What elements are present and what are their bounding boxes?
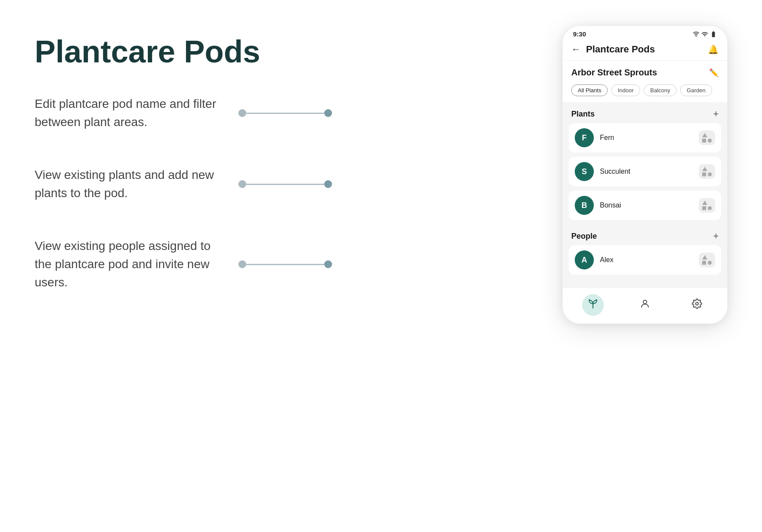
header-left: ← Plantcare Pods	[571, 44, 655, 55]
nav-item-plants[interactable]	[582, 294, 604, 316]
pod-name-label: Arbor Street Sprouts	[571, 68, 657, 78]
square-icon	[702, 139, 706, 143]
feature-text-1: Edit plantcare pod name and filter betwe…	[35, 95, 217, 131]
triangle-icon-a	[702, 255, 707, 260]
back-button[interactable]: ←	[571, 44, 581, 55]
circle-icon-a	[708, 261, 712, 265]
status-icons	[693, 31, 717, 38]
people-section-header: People +	[569, 224, 721, 245]
dot-right-2	[324, 180, 332, 188]
square-icon-s	[702, 172, 706, 176]
settings-nav-icon	[692, 298, 702, 311]
square-icon-a	[702, 261, 706, 265]
phone-scroll-content: Plants + F Fern	[563, 102, 727, 288]
feature-item-3: View existing people assigned to the pla…	[35, 237, 537, 292]
person-nav-icon	[640, 298, 650, 311]
pod-name-row: Arbor Street Sprouts ✏️	[563, 61, 727, 82]
bottom-nav	[563, 288, 727, 324]
dot-left-1	[238, 109, 246, 117]
plant-actions-bonsai[interactable]	[699, 198, 715, 213]
connector-2	[238, 180, 332, 188]
plant-actions-succulent[interactable]	[699, 164, 715, 179]
plant-card-succulent: S Succulent	[569, 157, 721, 186]
plant-nav-icon	[588, 298, 598, 311]
action-shapes-row2-s	[702, 172, 712, 176]
filter-tab-garden[interactable]: Garden	[680, 84, 712, 96]
feature-text-3: View existing people assigned to the pla…	[35, 237, 217, 292]
circle-icon-s	[708, 172, 712, 176]
action-shapes-row2	[702, 139, 712, 143]
dot-right-1	[324, 109, 332, 117]
app-header-title: Plantcare Pods	[586, 44, 655, 55]
edit-pod-icon[interactable]: ✏️	[709, 68, 719, 78]
action-shapes-row2-b	[702, 206, 712, 210]
plant-card-fern: F Fern	[569, 123, 721, 152]
left-content: Plantcare Pods Edit plantcare pod name a…	[35, 26, 563, 326]
circle-icon-b	[708, 206, 712, 210]
nav-item-people[interactable]	[634, 294, 656, 316]
feature-item-1: Edit plantcare pod name and filter betwe…	[35, 95, 537, 131]
feature-item-2: View existing plants and add new plants …	[35, 166, 537, 202]
action-shapes-row1-a	[702, 255, 712, 260]
plant-actions-fern[interactable]	[699, 130, 715, 145]
action-shapes-row1-s	[702, 167, 712, 171]
line-1	[246, 113, 324, 114]
square-icon-b	[702, 206, 706, 210]
app-header: ← Plantcare Pods 🔔	[563, 40, 727, 61]
plant-avatar-bonsai: B	[575, 196, 594, 215]
page-wrapper: Plantcare Pods Edit plantcare pod name a…	[0, 0, 762, 532]
page-title: Plantcare Pods	[35, 35, 537, 69]
line-2	[246, 184, 324, 185]
filter-tab-indoor[interactable]: Indoor	[611, 84, 640, 96]
status-bar: 9:30	[563, 26, 727, 40]
plant-avatar-fern: F	[575, 128, 594, 147]
wifi-icon	[693, 31, 700, 38]
phone-frame: 9:30	[563, 26, 727, 324]
person-actions-alex[interactable]	[699, 253, 715, 267]
triangle-icon	[702, 133, 707, 137]
action-shapes-row2-a	[702, 261, 712, 265]
person-card-alex: A Alex	[569, 245, 721, 275]
dot-right-3	[324, 260, 332, 268]
feature-text-2: View existing plants and add new plants …	[35, 166, 217, 202]
filter-tabs: All Plants Indoor Balcony Garden	[563, 82, 727, 102]
action-shapes-row1	[702, 133, 712, 137]
line-3	[246, 264, 324, 265]
triangle-icon-s	[702, 167, 707, 171]
plant-avatar-succulent: S	[575, 162, 594, 181]
notification-bell-icon[interactable]: 🔔	[708, 44, 719, 55]
person-name-alex: Alex	[600, 256, 699, 264]
plants-section-title: Plants	[571, 110, 595, 119]
filter-tab-all-plants[interactable]: All Plants	[571, 84, 608, 96]
circle-icon	[708, 139, 712, 143]
add-plant-button[interactable]: +	[713, 109, 719, 119]
person-avatar-alex: A	[575, 250, 594, 269]
plant-name-bonsai: Bonsai	[600, 201, 699, 209]
phone-mockup: 9:30	[563, 26, 727, 324]
battery-icon	[710, 31, 717, 38]
connector-1	[238, 109, 332, 117]
nav-item-settings[interactable]	[686, 294, 708, 316]
dot-left-2	[238, 180, 246, 188]
dot-left-3	[238, 260, 246, 268]
plant-name-succulent: Succulent	[600, 168, 699, 175]
plant-name-fern: Fern	[600, 134, 699, 142]
svg-point-0	[643, 300, 647, 304]
action-shapes-row1-b	[702, 201, 712, 205]
status-time: 9:30	[573, 30, 586, 38]
plant-card-bonsai: B Bonsai	[569, 191, 721, 220]
svg-point-1	[696, 302, 698, 305]
triangle-icon-b	[702, 201, 707, 205]
connector-3	[238, 260, 332, 268]
add-person-button[interactable]: +	[713, 231, 719, 241]
people-section-title: People	[571, 232, 597, 241]
plants-section-header: Plants +	[569, 102, 721, 123]
filter-tab-balcony[interactable]: Balcony	[644, 84, 677, 96]
signal-icon	[701, 31, 708, 38]
